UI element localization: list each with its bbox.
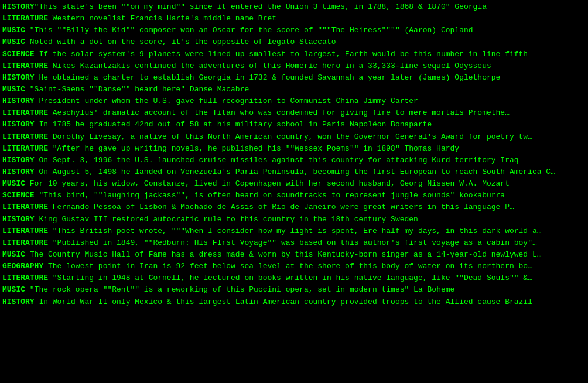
row-text: "This bird, ""laughing jackass"", is oft… xyxy=(35,191,505,200)
row-text: Fernando Pessoa of Lisbon & Machado de A… xyxy=(48,203,514,211)
category-label: HISTORY xyxy=(2,2,35,11)
row-text: On Sept. 3, 1996 the U.S. launched cruis… xyxy=(35,156,519,165)
category-label: LITERATURE xyxy=(2,132,48,141)
category-label: LITERATURE xyxy=(2,14,48,23)
row-text: "The rock opera ""Rent"" is a reworking … xyxy=(25,285,454,294)
category-label: HISTORY xyxy=(2,156,35,165)
row-text: For 10 years, his widow, Constanze, live… xyxy=(25,179,510,188)
table-row: LITERATURE "This British poet wrote, """… xyxy=(2,225,586,237)
row-text: President under whom the U.S. gave full … xyxy=(35,97,418,105)
row-text: "Published in 1849, ""Redburn: His FIrst… xyxy=(48,238,537,247)
category-label: MUSIC xyxy=(2,285,25,294)
category-label: LITERATURE xyxy=(2,108,48,117)
category-label: SCIENCE xyxy=(2,50,35,59)
category-label: HISTORY xyxy=(2,120,35,129)
table-row: MUSIC The Country Music Hall of Fame has… xyxy=(2,249,586,261)
category-label: LITERATURE xyxy=(2,144,48,153)
category-label: HISTORY xyxy=(2,167,35,176)
row-text: In World War II only Mexico & this large… xyxy=(35,297,532,306)
row-text: "This British poet wrote, """When I cons… xyxy=(48,227,542,235)
table-row: HISTORY In World War II only Mexico & th… xyxy=(2,296,586,308)
row-text: Dorothy Livesay, a native of this North … xyxy=(48,132,532,141)
table-row: LITERATURE Western novelist Francis Hart… xyxy=(2,13,586,25)
table-row: HISTORY On Sept. 3, 1996 the U.S. launch… xyxy=(2,155,586,166)
row-text: If the solar system's 9 planets were lin… xyxy=(35,50,528,59)
table-row: SCIENCE If the solar system's 9 planets … xyxy=(2,49,586,60)
row-text: The lowest point in Iran is 92 feet belo… xyxy=(43,262,532,271)
row-text: Western novelist Francis Harte's middle … xyxy=(48,14,276,23)
category-label: LITERATURE xyxy=(2,273,48,282)
table-row: LITERATURE Nikos Kazantzakis continued t… xyxy=(2,60,586,72)
category-label: LITERATURE xyxy=(2,61,48,70)
category-label: MUSIC xyxy=(2,37,25,46)
table-row: LITERATURE "After he gave up writing nov… xyxy=(2,143,586,155)
row-text: "Starting in 1948 at Cornell, he lecture… xyxy=(48,273,532,282)
table-row: MUSIC "Saint-Saens ""Danse"" heard here"… xyxy=(2,84,586,95)
row-text: "This state's been ""on my mind"" since … xyxy=(35,2,487,11)
row-text: King Gustav III restored autocratic rule… xyxy=(35,215,418,224)
category-label: SCIENCE xyxy=(2,191,35,200)
row-text: "After he gave up writing novels, he pub… xyxy=(48,144,459,153)
row-text: Noted with a dot on the score, it's the … xyxy=(25,37,336,46)
row-text: He obtained a charter to establish Georg… xyxy=(35,73,501,82)
row-text: "This ""Billy the Kid"" composer won an … xyxy=(25,26,473,35)
row-text: The Country Music Hall of Fame has a dre… xyxy=(25,250,542,259)
table-row: MUSIC "This ""Billy the Kid"" composer w… xyxy=(2,25,586,36)
table-row: LITERATURE Aeschylus' dramatic account o… xyxy=(2,107,586,119)
table-row: HISTORY King Gustav III restored autocra… xyxy=(2,214,586,225)
table-row: LITERATURE Dorothy Livesay, a native of … xyxy=(2,131,586,143)
category-label: HISTORY xyxy=(2,73,35,82)
table-row: HISTORY President under whom the U.S. ga… xyxy=(2,95,586,107)
table-row: HISTORY"This state's been ""on my mind""… xyxy=(2,1,586,13)
row-text: Aeschylus' dramatic account of the Titan… xyxy=(48,108,510,117)
table-row: HISTORY In 1785 he graduated 42nd out of… xyxy=(2,119,586,131)
main-content: HISTORY"This state's been ""on my mind""… xyxy=(0,0,588,309)
table-row: HISTORY He obtained a charter to establi… xyxy=(2,72,586,84)
category-label: HISTORY xyxy=(2,97,35,105)
category-label: LITERATURE xyxy=(2,203,48,211)
category-label: MUSIC xyxy=(2,26,25,35)
category-label: GEOGRAPHY xyxy=(2,262,43,271)
table-row: LITERATURE Fernando Pessoa of Lisbon & M… xyxy=(2,201,586,213)
category-label: HISTORY xyxy=(2,297,35,306)
category-label: LITERATURE xyxy=(2,238,48,247)
table-row: MUSIC "The rock opera ""Rent"" is a rewo… xyxy=(2,284,586,296)
row-text: On August 5, 1498 he landed on Venezuela… xyxy=(35,167,555,176)
row-text: In 1785 he graduated 42nd out of 58 at h… xyxy=(35,120,432,129)
row-text: "Saint-Saens ""Danse"" heard here" Danse… xyxy=(25,85,249,94)
table-row: LITERATURE "Starting in 1948 at Cornell,… xyxy=(2,272,586,284)
category-label: MUSIC xyxy=(2,179,25,188)
table-row: MUSIC For 10 years, his widow, Constanze… xyxy=(2,178,586,190)
category-label: MUSIC xyxy=(2,85,25,94)
table-row: MUSIC Noted with a dot on the score, it'… xyxy=(2,36,586,48)
table-row: GEOGRAPHY The lowest point in Iran is 92… xyxy=(2,261,586,272)
table-row: SCIENCE "This bird, ""laughing jackass""… xyxy=(2,190,586,201)
category-label: HISTORY xyxy=(2,215,35,224)
table-row: HISTORY On August 5, 1498 he landed on V… xyxy=(2,166,586,178)
category-label: LITERATURE xyxy=(2,227,48,235)
table-row: LITERATURE "Published in 1849, ""Redburn… xyxy=(2,237,586,249)
row-text: Nikos Kazantzakis continued the adventur… xyxy=(48,61,491,70)
category-label: MUSIC xyxy=(2,250,25,259)
